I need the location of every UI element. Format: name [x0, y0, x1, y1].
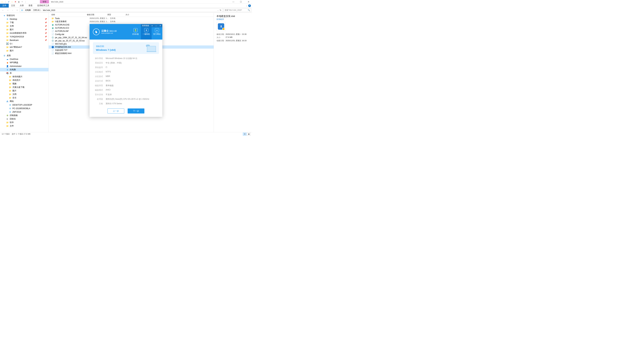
icons-view-button[interactable]: ▦ — [247, 133, 250, 136]
col-date[interactable]: 修改日期 — [87, 13, 107, 16]
file-name: pe_yqs_xp_20_07_31_15_53.iso — [55, 39, 90, 42]
sidebar-item[interactable]: ☁OneDrive — [0, 57, 48, 61]
disk-icon[interactable]: ◉ — [18, 0, 20, 3]
sidebar-item[interactable]: 📁本机照片 — [0, 78, 48, 82]
detail-label: 大小: — [216, 36, 226, 39]
breadcrumb[interactable]: 🖥 › 此电脑 › 文档 (E:) › Win7x64_2020 ⌄ ↻ — [20, 8, 223, 12]
sidebar-item[interactable]: 👤Administrator — [0, 64, 48, 68]
sidebar-item[interactable]: 📁Bandicam📌 — [0, 38, 48, 42]
sidebar-item-label: Bandicam — [10, 39, 18, 41]
network-item[interactable]: 🖧 网络 — [0, 100, 48, 103]
sidebar-item[interactable]: 📁天翼云盘下载 — [0, 85, 48, 89]
file-row[interactable]: 📁U盘安装教程2020/12/25, 星期五 1...文件夹 — [49, 20, 214, 23]
menu-icon[interactable]: ≡ — [150, 24, 154, 27]
file-name: 本地硬盘安装.exe — [55, 46, 90, 48]
sidebar-item-label: 文档 — [12, 93, 16, 96]
files-item[interactable]: 📁 文件 — [0, 124, 48, 128]
detail-label: 修改日期: — [216, 33, 226, 35]
folder-icon: 📁 — [6, 121, 9, 124]
tab-view[interactable]: 查看 — [26, 4, 35, 7]
exe-icon: ▣ — [51, 23, 54, 26]
close-red-icon[interactable]: ✕ — [14, 0, 17, 3]
crumb-folder[interactable]: Win7x64_2020 — [42, 9, 56, 11]
folder-small-icon[interactable]: ▭ — [11, 0, 14, 3]
expand-ribbon-icon[interactable]: ⌄ — [246, 5, 247, 6]
navigation-pane[interactable]: ★ 快速访问 🖥Desktop📌📁下载📌📁文档📌📁图片📌📁excel表格制作求和… — [0, 13, 49, 132]
tab-app-tools[interactable]: 应用程序工具 — [35, 4, 52, 7]
sidebar-item[interactable]: 📚库 — [0, 71, 48, 75]
status-bar: 12 个项目 选中 1 个项目 27.6 MB ☰ ▦ — [0, 132, 252, 136]
window-controls: — ☐ ✕ — [230, 0, 252, 4]
file-tab[interactable]: 文件 — [0, 4, 9, 7]
sidebar-item[interactable]: 📁win7重装win7 — [0, 45, 48, 49]
sidebar-item[interactable]: 📁保存的图片 — [0, 75, 48, 78]
help-icon[interactable]: ? — [248, 4, 251, 7]
sidebar-item[interactable]: 📁文档📌 — [0, 24, 48, 28]
sidebar-item[interactable]: 💽G:\ — [0, 42, 48, 45]
recent-dropdown[interactable]: ⌄ — [10, 8, 14, 12]
close-icon[interactable]: ✕ — [158, 24, 162, 27]
crumb-pc[interactable]: 此电脑 — [24, 8, 31, 12]
chevron-right-icon[interactable]: › — [42, 9, 42, 11]
recycle-item[interactable]: 🗑 回收站 — [0, 117, 48, 121]
chevron-right-icon[interactable]: › — [32, 9, 32, 11]
control-panel-item[interactable]: ⚙ 控制面板 — [0, 114, 48, 117]
quick-access-header[interactable]: ★ 快速访问 — [0, 14, 48, 17]
close-button[interactable]: ✕ — [245, 0, 252, 4]
sidebar-item[interactable]: 📁图片 — [0, 49, 48, 52]
sidebar-item-label: win7重装win7 — [10, 46, 22, 49]
minimize-button[interactable]: — — [230, 0, 237, 4]
file-name: pe_yqs_1064_20_07_31_16_04.iso — [55, 36, 90, 39]
file-row[interactable]: 📁Tools2020/12/25, 星期五 1...文件夹 — [49, 17, 214, 20]
tab-share[interactable]: 共享 — [18, 4, 26, 7]
sidebar-item[interactable]: 📁音乐 — [0, 96, 48, 100]
sidebar-item[interactable]: 📁图片📌 — [0, 28, 48, 31]
sidebar-item[interactable]: 📁下载📌 — [0, 21, 48, 24]
chevron-right-icon[interactable]: › — [24, 9, 24, 11]
sidebar-item[interactable]: 🖥DESKTOP-LSSOEDP — [0, 103, 48, 107]
star-icon: ★ — [3, 14, 6, 17]
detail-row: 大小:27.6 MB — [216, 36, 250, 39]
dropdown-icon[interactable]: ▾ — [21, 0, 24, 3]
installer-tab[interactable]: 🔋启动U盘 — [130, 24, 141, 39]
sidebar-item[interactable]: 🖥此电脑 — [0, 68, 48, 71]
prev-button[interactable]: 上一步 — [108, 108, 124, 113]
sidebar-item[interactable]: 📁图片 — [0, 89, 48, 92]
sidebar-item[interactable]: 📁视频 — [0, 82, 48, 85]
back-button[interactable]: ← — [1, 8, 5, 12]
maximize-button[interactable]: ☐ — [237, 0, 245, 4]
sidebar-item[interactable]: 📁YUNQISHI2019📌 — [0, 35, 48, 38]
refresh-icon[interactable]: ↻ — [219, 9, 222, 11]
manage-context-tab[interactable]: 管理 — [40, 0, 49, 3]
minimize-icon[interactable]: — — [154, 24, 158, 27]
sidebar-item[interactable]: ◆WPS网盘 — [0, 61, 48, 64]
search-icon[interactable]: 🔍 — [248, 9, 250, 11]
software-item[interactable]: 📁 软件 — [0, 121, 48, 124]
next-button[interactable]: 下一步 — [128, 108, 144, 113]
check-icon[interactable]: ✔ — [8, 0, 10, 3]
folder-icon: 📁 — [9, 75, 12, 78]
sidebar-item[interactable]: 🖥ZMT2019 — [0, 110, 48, 114]
sidebar-item[interactable]: 📁文档 — [0, 92, 48, 96]
folder-icon: ▭ — [1, 0, 3, 3]
search-input[interactable]: 搜索"Win7x64_2020" 🔍 — [224, 8, 251, 12]
refresh-dropdown-icon[interactable]: ⌄ — [217, 9, 219, 11]
pin-icon: 📌 — [45, 25, 47, 27]
desktop-header[interactable]: 🖥 桌面 — [0, 54, 48, 57]
qat-sep: | — [4, 0, 7, 3]
contact-support[interactable]: 联系客服 — [141, 24, 150, 27]
col-type[interactable]: 类型 — [107, 13, 126, 16]
sidebar-item[interactable]: 📁excel表格制作求和📌 — [0, 31, 48, 35]
lib-icon: 📚 — [6, 72, 9, 75]
crumb-drive[interactable]: 文档 (E:) — [32, 8, 41, 12]
details-view-button[interactable]: ☰ — [243, 133, 246, 136]
sidebar-item[interactable]: 🖥Desktop📌 — [0, 17, 48, 21]
col-size[interactable]: 大小 — [126, 13, 142, 16]
sidebar-item-label: 图片 — [12, 89, 16, 92]
up-button[interactable]: ↑ — [15, 8, 19, 12]
forward-button[interactable]: → — [6, 8, 10, 12]
sidebar-item[interactable]: 🖥PC-20190530OBLA — [0, 107, 48, 110]
col-name[interactable]: 名称 — [49, 13, 87, 16]
tab-home[interactable]: 主页 — [9, 4, 18, 7]
details-title: 本地硬盘安装.exe — [216, 15, 250, 18]
